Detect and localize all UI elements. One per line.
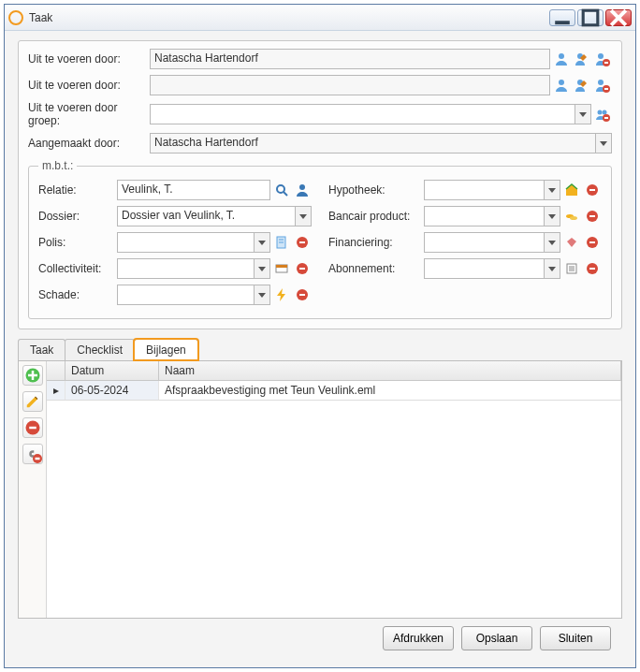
footer: Afdrukken Opslaan Sluiten <box>18 619 622 658</box>
document-icon[interactable] <box>272 233 291 252</box>
coins-icon[interactable] <box>562 207 581 226</box>
save-button[interactable]: Opslaan <box>461 626 532 650</box>
list-icon[interactable] <box>562 259 581 278</box>
svg-point-14 <box>598 110 603 115</box>
remove-icon[interactable] <box>583 233 602 252</box>
remove-icon[interactable] <box>583 259 602 278</box>
edit-button[interactable] <box>22 391 43 412</box>
mbt-legend: m.b.t.: <box>38 159 77 172</box>
table-row[interactable]: ▸ 06-05-2024 Afspraakbevestiging met Teu… <box>47 381 621 401</box>
svg-rect-27 <box>276 265 287 268</box>
tab-checklist[interactable]: Checklist <box>65 339 135 360</box>
svg-rect-1 <box>583 10 598 25</box>
dossier-label: Dossier: <box>38 210 117 223</box>
titlebar: Taak <box>5 5 635 31</box>
grid-selector-header <box>47 361 65 380</box>
collectiviteit-combo[interactable] <box>117 258 270 279</box>
created-by-combo: Natascha Hartendorf <box>150 133 612 153</box>
tab-bijlagen[interactable]: Bijlagen <box>134 339 198 360</box>
chevron-down-icon[interactable] <box>544 206 560 226</box>
svg-rect-45 <box>589 268 595 270</box>
person-icon[interactable] <box>293 181 312 199</box>
remove-icon[interactable] <box>583 181 602 199</box>
exec-by-field[interactable]: Natascha Hartendorf <box>150 49 550 69</box>
close-window-button[interactable] <box>605 9 632 26</box>
svg-point-6 <box>598 53 604 59</box>
schade-label: Schade: <box>38 288 117 301</box>
user-edit-icon[interactable] <box>573 50 591 68</box>
print-button[interactable]: Afdrukken <box>383 626 454 650</box>
dossier-combo[interactable]: Dossier van Veulink, T. <box>117 206 312 226</box>
relatie-field[interactable]: Veulink, T. <box>117 180 270 200</box>
exec-group-combo[interactable] <box>150 104 591 124</box>
col-naam[interactable]: Naam <box>159 361 621 380</box>
svg-rect-50 <box>29 427 36 430</box>
card-icon[interactable] <box>272 259 291 278</box>
add-button[interactable] <box>22 365 43 386</box>
chevron-down-icon[interactable] <box>544 258 560 279</box>
user-pick-icon[interactable] <box>552 76 571 95</box>
minimize-button[interactable] <box>549 9 575 26</box>
svg-rect-33 <box>589 189 595 191</box>
app-icon <box>8 10 23 25</box>
remove-icon[interactable] <box>293 259 312 278</box>
bancair-label: Bancair product: <box>328 210 424 223</box>
bancair-combo[interactable] <box>424 206 560 226</box>
svg-point-18 <box>277 185 284 193</box>
user-remove-icon[interactable] <box>593 50 612 68</box>
chevron-down-icon[interactable] <box>575 104 591 124</box>
exec-by2-field[interactable] <box>150 75 550 95</box>
hypotheek-combo[interactable] <box>424 180 560 200</box>
collectiviteit-label: Collectiviteit: <box>38 262 117 275</box>
house-icon[interactable] <box>562 181 581 199</box>
search-icon[interactable] <box>272 181 291 199</box>
svg-point-15 <box>603 110 607 115</box>
exec-by2-label: Uit te voeren door: <box>28 79 150 92</box>
svg-rect-13 <box>604 88 608 90</box>
abonnement-combo[interactable] <box>424 258 560 279</box>
svg-rect-52 <box>35 458 39 460</box>
svg-point-9 <box>559 80 564 85</box>
svg-line-19 <box>284 192 287 196</box>
header-panel: Uit te voeren door: Natascha Hartendorf … <box>18 40 622 329</box>
delete-button[interactable] <box>22 417 43 438</box>
mbt-fieldset: m.b.t.: Relatie: Veulink, T. Doss <box>28 159 612 319</box>
svg-point-11 <box>598 80 604 85</box>
exec-group-label: Uit te voeren door groep: <box>28 101 150 127</box>
chevron-down-icon[interactable] <box>295 206 312 226</box>
col-datum[interactable]: Datum <box>65 361 159 380</box>
svg-rect-29 <box>299 268 305 270</box>
close-button[interactable]: Sluiten <box>540 626 611 650</box>
svg-rect-48 <box>28 374 37 377</box>
lightning-icon[interactable] <box>272 285 291 304</box>
svg-rect-17 <box>604 117 608 119</box>
remove-icon[interactable] <box>583 207 602 226</box>
maximize-button[interactable] <box>577 9 604 26</box>
window-title: Taak <box>29 11 549 24</box>
user-remove-icon[interactable] <box>593 76 612 95</box>
user-pick-icon[interactable] <box>552 50 571 68</box>
group-remove-icon[interactable] <box>593 105 612 124</box>
unlink-button[interactable] <box>22 444 43 464</box>
user-edit-icon[interactable] <box>573 76 591 95</box>
svg-rect-31 <box>299 294 305 296</box>
chevron-down-icon <box>595 133 612 153</box>
chevron-down-icon[interactable] <box>254 285 270 305</box>
diamond-icon[interactable] <box>562 233 581 252</box>
financiering-combo[interactable] <box>424 232 560 253</box>
chevron-down-icon[interactable] <box>544 180 560 200</box>
schade-combo[interactable] <box>117 285 270 305</box>
exec-by-label: Uit te voeren door: <box>28 52 150 66</box>
tabstrip: Taak Checklist Bijlagen <box>18 339 622 361</box>
chevron-down-icon[interactable] <box>254 232 270 253</box>
tab-taak[interactable]: Taak <box>18 339 65 360</box>
attachments-grid: Datum Naam ▸ 06-05-2024 Afspraakbevestig… <box>47 361 621 618</box>
remove-icon[interactable] <box>293 285 312 304</box>
chevron-down-icon[interactable] <box>254 258 270 279</box>
remove-icon[interactable] <box>293 233 312 252</box>
bijlagen-panel: Datum Naam ▸ 06-05-2024 Afspraakbevestig… <box>18 361 622 619</box>
cell-naam: Afspraakbevestiging met Teun Veulink.eml <box>159 381 621 400</box>
chevron-down-icon[interactable] <box>544 232 560 253</box>
polis-combo[interactable] <box>117 232 270 253</box>
svg-point-4 <box>559 53 564 59</box>
